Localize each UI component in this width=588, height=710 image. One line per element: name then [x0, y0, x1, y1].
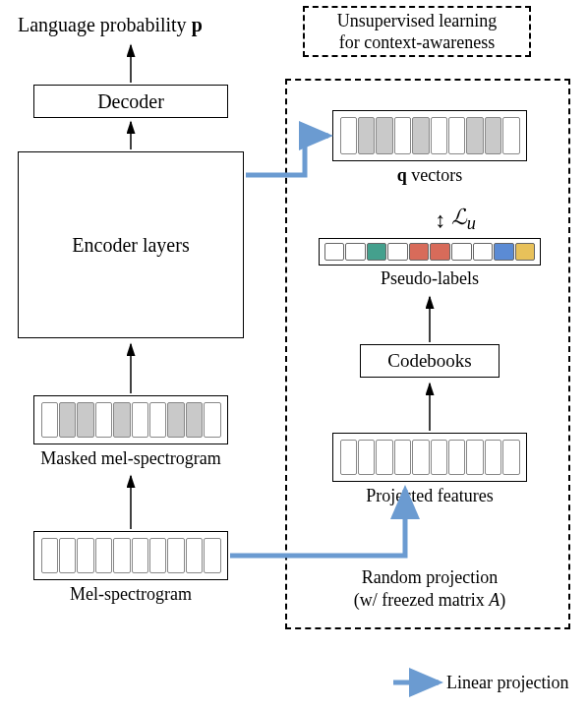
- feature-cell: [502, 440, 519, 475]
- feature-cell: [409, 243, 430, 261]
- legend-text: Linear projection: [446, 673, 568, 692]
- feature-cell: [95, 402, 112, 438]
- feature-cell: [59, 538, 76, 573]
- feature-cell: [113, 538, 130, 573]
- language-probability-label: Language probability p: [18, 14, 203, 36]
- loss-sub: u: [467, 213, 476, 233]
- feature-cell: [358, 440, 375, 475]
- feature-cell: [448, 117, 465, 154]
- mel-row: [33, 531, 228, 580]
- feature-cell: [430, 243, 450, 261]
- feature-cell: [394, 440, 411, 475]
- feature-cell: [412, 440, 429, 475]
- feature-cell: [394, 117, 411, 154]
- feature-cell: [466, 440, 483, 475]
- feature-cell: [431, 117, 447, 154]
- feature-cell: [451, 243, 472, 261]
- random-projection-label: Random projection (w/ freezed matrix A): [303, 566, 557, 613]
- projected-features-row: [332, 433, 527, 482]
- feature-cell: [167, 538, 184, 573]
- encoder-label: Encoder layers: [72, 234, 189, 257]
- mel-label: Mel-spectrogram: [33, 584, 228, 605]
- feature-cell: [132, 538, 148, 573]
- feature-cell: [324, 243, 345, 261]
- projected-features-label: Projected features: [332, 486, 527, 506]
- lp-prefix: Language probability: [18, 14, 192, 35]
- pseudo-labels-row: [319, 238, 541, 266]
- feature-cell: [466, 117, 483, 154]
- feature-cell: [376, 440, 392, 475]
- feature-cell: [204, 538, 220, 573]
- feature-cell: [473, 243, 494, 261]
- feature-cell: [59, 402, 76, 438]
- feature-cell: [149, 538, 166, 573]
- decoder-box: Decoder: [33, 85, 228, 118]
- codebooks-label: Codebooks: [387, 350, 472, 372]
- q-vectors-row: [332, 110, 527, 161]
- feature-cell: [387, 243, 408, 261]
- feature-cell: [376, 117, 392, 154]
- masked-mel-label: Masked mel-spectrogram: [33, 448, 228, 469]
- lp-var: p: [192, 14, 203, 35]
- feature-cell: [204, 402, 220, 438]
- feature-cell: [340, 117, 357, 154]
- feature-cell: [186, 402, 203, 438]
- feature-cell: [485, 117, 501, 154]
- feature-cell: [186, 538, 203, 573]
- q-var: q: [397, 165, 407, 185]
- feature-cell: [132, 402, 148, 438]
- decoder-label: Decoder: [97, 90, 164, 113]
- title-text: Unsupervised learning for context-awaren…: [337, 10, 497, 54]
- feature-cell: [485, 440, 501, 475]
- feature-cell: [113, 402, 130, 438]
- feature-cell: [167, 402, 184, 438]
- feature-cell: [367, 243, 387, 261]
- feature-cell: [358, 117, 375, 154]
- feature-cell: [149, 402, 166, 438]
- feature-cell: [345, 243, 366, 261]
- title-box: Unsupervised learning for context-awaren…: [303, 6, 531, 57]
- feature-cell: [77, 402, 93, 438]
- feature-cell: [494, 243, 514, 261]
- feature-cell: [431, 440, 447, 475]
- projected-features-text: Projected features: [366, 486, 493, 505]
- codebooks-box: Codebooks: [360, 344, 500, 378]
- legend-label: Linear projection: [446, 673, 568, 693]
- feature-cell: [448, 440, 465, 475]
- pseudo-labels-label: Pseudo-labels: [319, 268, 541, 289]
- diagram-canvas: Unsupervised learning for context-awaren…: [0, 0, 588, 710]
- feature-cell: [412, 117, 429, 154]
- pseudo-labels-text: Pseudo-labels: [381, 268, 479, 288]
- mel-text: Mel-spectrogram: [70, 584, 192, 604]
- feature-cell: [515, 243, 536, 261]
- loss-symbol: ℒ: [451, 205, 467, 229]
- masked-mel-text: Masked mel-spectrogram: [40, 448, 220, 468]
- feature-cell: [41, 402, 58, 438]
- masked-mel-row: [33, 395, 228, 444]
- feature-cell: [41, 538, 58, 573]
- feature-cell: [502, 117, 519, 154]
- q-suffix: vectors: [407, 165, 462, 185]
- feature-cell: [340, 440, 357, 475]
- q-vectors-label: q vectors: [332, 165, 527, 186]
- rp-line1: Random projection: [362, 567, 498, 587]
- feature-cell: [77, 538, 93, 573]
- loss-label: ↕ ℒu: [421, 205, 490, 234]
- feature-cell: [95, 538, 112, 573]
- encoder-box: Encoder layers: [18, 151, 244, 338]
